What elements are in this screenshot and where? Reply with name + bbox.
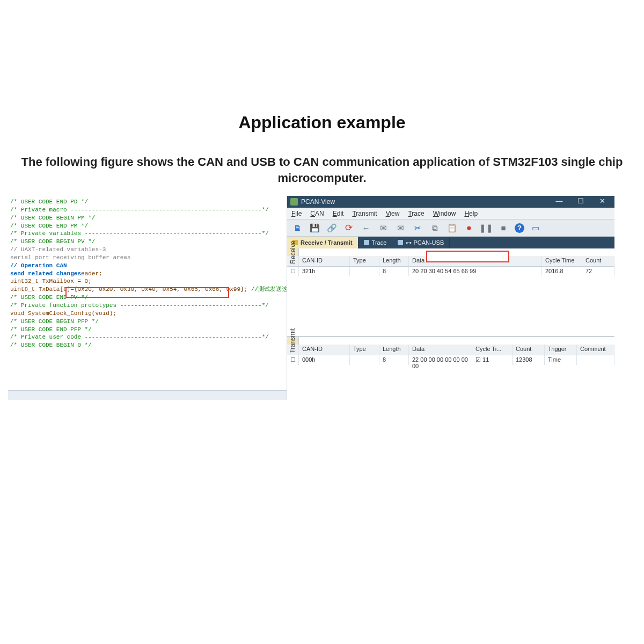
window-icon[interactable]: ▭ bbox=[530, 222, 541, 234]
code-line: /* USER CODE BEGIN PFP */ bbox=[10, 318, 284, 326]
back-icon[interactable]: ← bbox=[360, 222, 372, 234]
copy-icon[interactable]: ⧉ bbox=[429, 222, 441, 234]
app-icon bbox=[290, 198, 298, 206]
record-icon[interactable]: ● bbox=[463, 222, 475, 234]
menu-item-transmit[interactable]: Transmit bbox=[352, 210, 377, 217]
code-line: // UAXT-related variables-3 bbox=[10, 246, 284, 254]
tab-icon bbox=[398, 240, 403, 245]
column-header[interactable]: Type bbox=[350, 345, 379, 355]
page-title: Application example bbox=[0, 113, 644, 133]
mail-out-icon[interactable]: ✉ bbox=[394, 222, 406, 234]
code-line: /* USER CODE BEGIN PV */ bbox=[10, 238, 284, 246]
menu-item-view[interactable]: View bbox=[386, 210, 400, 217]
close-button[interactable]: ✕ bbox=[593, 197, 611, 207]
column-header[interactable]: Comment bbox=[577, 345, 614, 355]
cell-count: 72 bbox=[582, 267, 614, 276]
cell-sel: ☐ bbox=[287, 267, 299, 276]
code-line: // Operation CAN bbox=[10, 262, 284, 270]
maximize-button[interactable]: ☐ bbox=[572, 197, 590, 207]
code-line: uint8_t TxData[8]={0x20, 0x20, 0x30, 0x4… bbox=[10, 286, 284, 294]
paste-icon[interactable]: 📋 bbox=[446, 222, 458, 234]
cell-length: 8 bbox=[379, 355, 409, 365]
code-line: /* USER CODE END PD */ bbox=[10, 198, 284, 206]
cell-type bbox=[350, 267, 379, 276]
doc-icon[interactable]: 🗎 bbox=[291, 222, 303, 234]
cell-sel: ☐ bbox=[287, 355, 299, 365]
code-line: /* Private variables -------------------… bbox=[10, 230, 284, 238]
receive-table-rows: ☐321h820 20 30 40 54 65 66 992016.872 bbox=[287, 267, 614, 336]
cell-data: 20 20 30 40 54 65 66 99 bbox=[409, 267, 542, 276]
column-header[interactable]: Length bbox=[379, 256, 409, 266]
column-header[interactable]: Count bbox=[582, 256, 614, 266]
cell-data: 22 00 00 00 00 00 00 00 bbox=[409, 355, 472, 365]
toolbar: 🗎💾🔗⟳←✉✉✂⧉📋●❚❚■?▭ bbox=[287, 219, 614, 237]
stop-icon[interactable]: ■ bbox=[497, 222, 509, 234]
figure-container: /* USER CODE END PD *//* Private macro -… bbox=[8, 196, 614, 400]
menu-item-file[interactable]: File bbox=[291, 210, 302, 217]
minimize-button[interactable]: — bbox=[550, 197, 568, 207]
page-subtitle: The following figure shows the CAN and U… bbox=[0, 154, 644, 186]
window-title: PCAN-View bbox=[301, 198, 335, 206]
column-header[interactable]: Length bbox=[379, 345, 409, 355]
menu-item-edit[interactable]: Edit bbox=[333, 210, 344, 217]
code-line: uint32_t TxMailbox = 0; bbox=[10, 277, 284, 286]
save-icon[interactable]: 💾 bbox=[309, 222, 320, 234]
link-icon[interactable]: 🔗 bbox=[326, 222, 338, 234]
menu-bar: FileCANEditTransmitViewTraceWindowHelp bbox=[287, 208, 614, 219]
mail-icon[interactable]: ✉ bbox=[377, 222, 389, 234]
tab-strip: Receive / TransmitTrace⊶ PCAN-USB bbox=[287, 237, 614, 248]
cell-count: 12308 bbox=[513, 355, 545, 365]
code-line: /* Private user code -------------------… bbox=[10, 333, 284, 341]
column-header[interactable]: Count bbox=[513, 345, 545, 355]
transmit-table-header: CAN-IDTypeLengthDataCycle Ti...CountTrig… bbox=[287, 345, 614, 355]
receive-table-header: CAN-IDTypeLengthDataCycle TimeCount bbox=[287, 256, 614, 267]
tab-receive-transmit[interactable]: Receive / Transmit bbox=[287, 237, 358, 248]
column-header[interactable]: Cycle Time bbox=[542, 256, 582, 266]
column-header[interactable]: Trigger bbox=[545, 345, 577, 355]
refresh-icon[interactable]: ⟳ bbox=[343, 222, 355, 234]
menu-item-help[interactable]: Help bbox=[464, 210, 478, 217]
transmit-block: Transmit CAN-IDTypeLengthDataCycle Ti...… bbox=[287, 337, 614, 400]
tab-pcan-usb[interactable]: ⊶ PCAN-USB bbox=[392, 237, 450, 248]
code-line: /* USER CODE END PFP */ bbox=[10, 326, 284, 334]
menu-item-trace[interactable]: Trace bbox=[408, 210, 424, 217]
column-header[interactable]: Type bbox=[350, 256, 379, 266]
code-line: /* Private macro -----------------------… bbox=[10, 206, 284, 214]
tab-label: Receive / Transmit bbox=[301, 239, 353, 246]
column-header[interactable]: CAN-ID bbox=[299, 345, 350, 355]
code-line: void SystemClock_Config(void); bbox=[10, 310, 284, 318]
table-row[interactable]: ☐321h820 20 30 40 54 65 66 992016.872 bbox=[287, 267, 614, 276]
tab-trace[interactable]: Trace bbox=[358, 237, 393, 248]
cell-cycle: 2016.8 bbox=[542, 267, 582, 276]
code-line: /* Private function prototypes ---------… bbox=[10, 302, 284, 310]
column-header[interactable]: Data bbox=[409, 256, 542, 266]
receive-block: Receive CAN-IDTypeLengthDataCycle TimeCo… bbox=[287, 248, 614, 337]
cell-cycle: ☑ 11 bbox=[472, 355, 513, 365]
menu-item-can[interactable]: CAN bbox=[310, 210, 324, 217]
transmit-table-rows: ☐000h822 00 00 00 00 00 00 00☑ 1112308Ti… bbox=[287, 355, 614, 400]
tab-label: Trace bbox=[372, 239, 387, 246]
transmit-side-label: Transmit bbox=[287, 337, 299, 345]
cut-icon[interactable]: ✂ bbox=[412, 222, 423, 234]
code-line: /* USER CODE BEGIN 0 */ bbox=[10, 341, 284, 349]
window-titlebar[interactable]: PCAN-View — ☐ ✕ bbox=[287, 196, 614, 208]
tab-label: ⊶ PCAN-USB bbox=[406, 239, 444, 246]
column-header[interactable]: CAN-ID bbox=[299, 256, 350, 266]
pcan-view-window: PCAN-View — ☐ ✕ FileCANEditTransmitViewT… bbox=[287, 196, 614, 400]
code-line: serial port receiving buffer areas bbox=[10, 254, 284, 262]
cell-trigger: Time bbox=[545, 355, 577, 365]
menu-item-window[interactable]: Window bbox=[433, 210, 456, 217]
column-header[interactable]: Cycle Ti... bbox=[472, 345, 513, 355]
table-row[interactable]: ☐000h822 00 00 00 00 00 00 00☑ 1112308Ti… bbox=[287, 355, 614, 365]
code-status-bar bbox=[8, 390, 287, 400]
code-line: send related changeseader; bbox=[10, 270, 284, 278]
cell-comment bbox=[577, 355, 614, 365]
pause-icon[interactable]: ❚❚ bbox=[480, 222, 492, 234]
cell-canid: 321h bbox=[299, 267, 350, 276]
help-icon[interactable]: ? bbox=[515, 223, 524, 233]
code-line: /* USER CODE END PV */ bbox=[10, 294, 284, 302]
cell-type bbox=[350, 355, 379, 365]
column-header[interactable]: Data bbox=[409, 345, 472, 355]
cell-length: 8 bbox=[379, 267, 409, 276]
receive-side-label: Receive bbox=[287, 248, 299, 256]
